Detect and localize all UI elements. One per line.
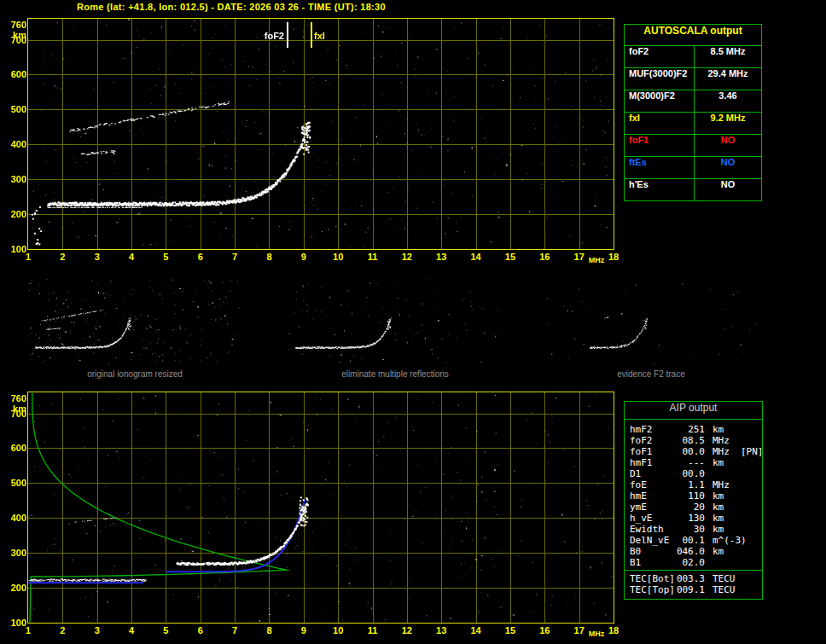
autoscala-output-panel: AUTOSCALA output foF28.5 MHzMUF(3000)F22…: [624, 24, 762, 201]
thumbnail-caption-1: original ionogram resized: [28, 369, 241, 379]
aip-row: hmF1---km: [630, 457, 760, 468]
aip-tec-rows: TEC[Bot]003.3TECUTEC[Top]009.1TECU: [625, 571, 762, 599]
aip-rows: hmF2251kmfoF208.5MHzfoF100.0MHz[PN]hmF1-…: [625, 420, 762, 570]
autoscala-param-label: foF2: [625, 46, 695, 67]
aip-row: foE1.1MHz: [630, 479, 760, 490]
aip-value: 02.0: [676, 557, 705, 568]
x-tick-label: 4: [123, 625, 140, 635]
y-tick-label: 600: [1, 443, 26, 453]
x-tick-label: 4: [123, 252, 140, 262]
aip-unit-label: [713, 468, 738, 479]
x-tick-label: 11: [364, 252, 381, 262]
aip-value: 08.5: [676, 435, 705, 446]
aip-unit-label: km: [713, 524, 738, 535]
autoscala-panel-title: AUTOSCALA output: [625, 25, 761, 45]
x-tick-label: 2: [54, 625, 71, 635]
x-tick-label: 18: [605, 252, 622, 262]
x-tick-label: 11: [364, 625, 381, 635]
y-tick-label: 500: [1, 478, 26, 488]
aip-value: 30: [676, 524, 705, 535]
y-axis-unit-label: km: [1, 403, 26, 414]
aip-unit-label: km: [713, 546, 738, 557]
thumbnail-caption-2: eliminate multiple reflections: [288, 369, 502, 379]
y-axis-unit-label: km: [1, 30, 26, 40]
aip-panel-title: AIP output: [625, 402, 762, 420]
aip-row: hmE110km: [630, 490, 760, 502]
x-tick-label: 13: [433, 625, 450, 635]
autoscala-param-label: ftEs: [625, 157, 695, 178]
y-tick-label: 200: [1, 209, 26, 219]
autoscala-value: NO: [695, 135, 761, 156]
x-tick-label: 2: [54, 252, 71, 262]
aip-value: 00.0: [676, 446, 705, 457]
autoscala-value: 29.4 MHz: [695, 68, 761, 90]
autoscala-value: 9.2 MHz: [695, 113, 761, 134]
aip-unit-label: km: [713, 457, 738, 468]
y-tick-label: 200: [1, 583, 26, 593]
x-tick-label: 18: [605, 625, 622, 635]
y-tick-label: 760: [1, 20, 26, 30]
aip-param-label: B0: [630, 546, 676, 557]
x-tick-label: 8: [260, 625, 277, 635]
x-tick-label: 12: [398, 252, 416, 262]
x-tick-label: 6: [192, 625, 209, 635]
ionogram-plot-top: [27, 18, 614, 250]
aip-unit-label: TECU: [713, 584, 738, 595]
aip-row: B102.0: [630, 557, 760, 568]
x-tick-label: 6: [192, 252, 209, 262]
x-tick-label: 7: [226, 252, 243, 262]
aip-row: Ewidth30km: [630, 524, 760, 535]
aip-param-label: D1: [630, 468, 676, 479]
foF2-marker-label: foF2: [255, 31, 284, 41]
aip-param-label: foF1: [630, 446, 676, 457]
aip-row: B0046.0km: [630, 546, 760, 557]
aip-value: 00.0: [676, 468, 705, 479]
y-tick-label: 300: [1, 548, 26, 558]
autoscala-param-label: foF1: [625, 135, 695, 156]
aip-param-label: Ewidth: [630, 524, 676, 535]
aip-param-label: foE: [630, 479, 676, 490]
aip-value: 130: [676, 513, 705, 524]
autoscala-param-label: M(3000)F2: [625, 90, 695, 112]
autoscala-row: fxI9.2 MHz: [625, 112, 761, 134]
aip-param-label: ymE: [630, 502, 676, 513]
autoscala-param-label: h'Es: [625, 179, 695, 200]
aip-unit-label: TECU: [713, 573, 738, 584]
aip-param-label: B1: [630, 557, 676, 568]
aip-unit-label: [713, 557, 738, 568]
fxI-marker-label: fxI: [314, 31, 325, 41]
x-tick-label: 13: [433, 252, 450, 262]
thumbnail-caption-3: evidence F2 trace: [544, 369, 758, 379]
autoscala-row: foF1NO: [625, 134, 761, 156]
autoscala-row: foF28.5 MHz: [625, 45, 761, 67]
x-tick-label: 16: [536, 252, 553, 262]
autoscala-value: 3.46: [695, 90, 761, 112]
aip-param-label: TEC[Top]: [630, 584, 676, 595]
aip-row: h_vE130km: [630, 513, 760, 524]
aip-row: ymE20km: [630, 502, 760, 513]
aip-row: hmF2251km: [630, 424, 760, 435]
thumbnail-no-multiple-reflections: [288, 279, 502, 364]
x-tick-label: 3: [89, 625, 106, 635]
aip-output-panel: AIP output hmF2251kmfoF208.5MHzfoF100.0M…: [624, 401, 763, 600]
aip-unit-label: MHz: [713, 435, 738, 446]
autoscala-value: 8.5 MHz: [695, 46, 761, 67]
aip-param-label: TEC[Bot]: [630, 573, 676, 584]
aip-row: D100.0: [630, 468, 760, 479]
aip-param-label: hmF2: [630, 424, 676, 435]
aip-param-label: hmF1: [630, 457, 676, 468]
thumbnail-original-ionogram: [28, 279, 241, 364]
aip-note: [PN]: [741, 446, 764, 457]
x-tick-label: 9: [295, 252, 312, 262]
aip-unit-label: MHz: [713, 479, 738, 490]
x-tick-label: 15: [502, 625, 519, 635]
autoscala-row: h'EsNO: [625, 178, 761, 200]
x-tick-label: 10: [329, 625, 346, 635]
aip-value: ---: [676, 457, 705, 468]
x-tick-label: 1: [20, 252, 37, 262]
y-tick-label: 300: [1, 174, 26, 184]
autoscala-value: NO: [695, 179, 761, 200]
aip-row: TEC[Bot]003.3TECU: [630, 573, 760, 584]
autoscala-row: M(3000)F23.46: [625, 90, 761, 112]
y-tick-label: 760: [1, 393, 26, 403]
